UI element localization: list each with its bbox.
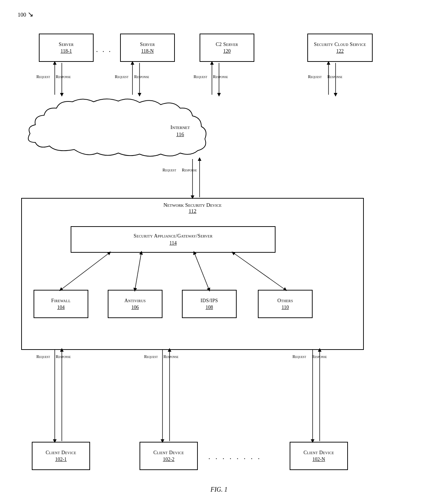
ref-arrow: ↘ [28, 10, 34, 18]
c2server-response-label: Response [213, 74, 228, 80]
nsd-title-area: Network Security Device 112 [21, 198, 364, 214]
client1-num: 102-1 [55, 457, 67, 462]
box-clientN: Client Device 102-N [290, 442, 348, 470]
inet-nsd-request-label: Request [162, 168, 176, 173]
client2-response-label: Response [164, 354, 179, 359]
client2-title: Client Device [153, 450, 184, 456]
server1-arrow-labels: Request Response [36, 74, 71, 80]
clientN-title: Client Device [303, 450, 334, 456]
server2-request-label: Request [115, 74, 129, 80]
server1-response-label: Response [56, 74, 71, 80]
clientN-response-label: Response [312, 354, 327, 359]
c2server-request-label: Request [194, 74, 207, 80]
diagram-container: 100 ↘ Server 118-1 · · · Server 118-N C2… [0, 0, 438, 504]
ref-100: 100 ↘ [18, 10, 34, 18]
internet-label: Internet [28, 124, 332, 130]
antivirus-num: 106 [131, 305, 139, 310]
c2server-title: C2 Server [216, 41, 238, 48]
antivirus-title: Antivirus [124, 298, 146, 304]
nsd-num: 112 [21, 208, 364, 214]
box-client2: Client Device 102-2 [140, 442, 198, 470]
seccloud-response-label: Response [327, 74, 343, 80]
c2server-arrow-labels: Request Response [194, 74, 228, 80]
client2-num: 102-2 [163, 457, 174, 462]
box-server2: Server 118-N [120, 34, 175, 62]
ids-ips-title: IDS/IPS [201, 298, 218, 304]
inet-nsd-arrow-labels: Request Response [162, 168, 197, 173]
clientN-arrow-labels: Request Response [292, 354, 327, 359]
fig-label-text: FIG. 1 [211, 486, 227, 493]
server2-response-label: Response [134, 74, 149, 80]
seccloud-arrow-labels: Request Response [308, 74, 342, 80]
nsd-title: Network Security Device [21, 202, 364, 208]
ref-number: 100 [18, 12, 26, 18]
dots-between-servers: · · · [96, 48, 112, 56]
server2-title: Server [140, 41, 155, 48]
box-sags: Security Appliance/Gateway/Server 114 [71, 226, 276, 253]
sags-title: Security Appliance/Gateway/Server [134, 233, 212, 239]
client1-request-label: Request [36, 354, 50, 359]
server2-arrow-labels: Request Response [115, 74, 149, 80]
box-antivirus: Antivirus 106 [108, 290, 162, 318]
client1-arrow-labels: Request Response [36, 354, 71, 359]
client2-arrow-labels: Request Response [144, 354, 178, 359]
box-firewall: Firewall 104 [34, 290, 88, 318]
ids-ips-num: 108 [206, 305, 213, 310]
box-security-cloud: Security Cloud Service 122 [307, 34, 373, 62]
client1-title: Client Device [46, 450, 76, 456]
server1-title: Server [59, 41, 73, 48]
security-cloud-title: Security Cloud Service [314, 41, 366, 48]
box-client1: Client Device 102-1 [32, 442, 90, 470]
box-others: Others 110 [258, 290, 313, 318]
client1-response-label: Response [56, 354, 71, 359]
others-title: Others [277, 298, 293, 304]
box-ids-ips: IDS/IPS 108 [182, 290, 237, 318]
dots-between-clients: · · · · · · · · [208, 455, 261, 463]
clientN-num: 102-N [313, 457, 325, 462]
box-c2server: C2 Server 120 [200, 34, 254, 62]
fig-label: FIG. 1 [0, 486, 438, 493]
inet-nsd-response-label: Response [182, 168, 197, 173]
firewall-num: 104 [57, 305, 65, 310]
sags-num: 114 [170, 240, 177, 246]
c2server-num: 120 [223, 48, 231, 54]
internet-num: 116 [28, 131, 332, 137]
seccloud-request-label: Request [308, 74, 322, 80]
server2-num: 118-N [141, 48, 154, 54]
box-nsd [21, 198, 364, 350]
server1-request-label: Request [36, 74, 50, 80]
server1-num: 118-1 [60, 48, 72, 54]
box-server1: Server 118-1 [39, 34, 94, 62]
internet-title: Internet [170, 124, 190, 130]
clientN-request-label: Request [292, 354, 306, 359]
firewall-title: Firewall [51, 298, 71, 304]
security-cloud-num: 122 [336, 48, 344, 54]
internet-num-text: 116 [176, 131, 184, 137]
client2-request-label: Request [144, 354, 158, 359]
others-num: 110 [282, 305, 289, 310]
